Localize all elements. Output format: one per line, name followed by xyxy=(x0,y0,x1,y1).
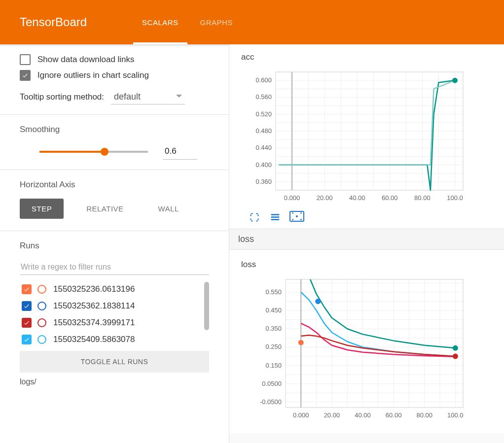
tooltip-sorting-dropdown[interactable]: default xyxy=(111,90,185,104)
axis-relative-button[interactable]: RELATIVE xyxy=(74,199,135,219)
header-tabs: SCALARS GRAPHS xyxy=(131,0,244,44)
svg-point-40 xyxy=(452,78,458,83)
main-content: acc 0.3600.4000.4400.4800.5200.5600.6000… xyxy=(229,44,504,443)
smoothing-label: Smoothing xyxy=(20,125,209,135)
tooltip-sorting-label: Tooltip sorting method: xyxy=(20,92,104,102)
svg-text:0.440: 0.440 xyxy=(255,144,272,151)
run-color-icon xyxy=(37,285,46,294)
horizontal-axis-label: Horizontal Axis xyxy=(20,180,209,190)
svg-text:80.00: 80.00 xyxy=(416,411,432,419)
svg-text:0.600: 0.600 xyxy=(255,76,272,84)
svg-text:0.560: 0.560 xyxy=(255,93,272,101)
runs-filter-input[interactable] xyxy=(20,260,209,275)
expand-icon[interactable] xyxy=(248,211,261,224)
run-name: 1550325362.1838114 xyxy=(53,301,135,311)
run-checkbox[interactable] xyxy=(22,284,32,294)
slider-knob[interactable] xyxy=(101,148,108,156)
svg-point-89 xyxy=(453,354,458,359)
scrollbar-thumb[interactable] xyxy=(204,282,209,330)
svg-point-44 xyxy=(296,215,298,217)
svg-text:-0.0500: -0.0500 xyxy=(260,398,282,406)
tab-graphs[interactable]: GRAPHS xyxy=(189,0,244,44)
svg-text:0.520: 0.520 xyxy=(255,110,272,118)
options-section: Show data download links Ignore outliers… xyxy=(0,44,229,115)
svg-point-88 xyxy=(453,345,458,351)
svg-text:0.250: 0.250 xyxy=(265,343,282,350)
svg-text:0.350: 0.350 xyxy=(265,325,282,332)
list-icon[interactable] xyxy=(269,211,282,224)
svg-rect-41 xyxy=(271,214,280,215)
horizontal-axis-section: Horizontal Axis STEP RELATIVE WALL xyxy=(0,170,229,231)
svg-rect-45 xyxy=(286,279,463,408)
acc-chart[interactable]: 0.3600.4000.4400.4800.5200.5600.6000.000… xyxy=(241,65,478,208)
svg-text:100.0: 100.0 xyxy=(447,194,463,202)
svg-text:0.000: 0.000 xyxy=(284,194,300,202)
loss-chart-title: loss xyxy=(241,260,496,270)
svg-rect-42 xyxy=(271,216,280,218)
run-row: 1550325362.1838114 xyxy=(20,298,199,314)
run-checkbox[interactable] xyxy=(22,335,32,344)
svg-text:0.000: 0.000 xyxy=(293,411,309,419)
runs-section: Runs 1550325236.0613196 1550325362.18381… xyxy=(0,231,229,390)
tab-scalars[interactable]: SCALARS xyxy=(131,0,189,44)
log-path: logs/ xyxy=(20,377,209,386)
smoothing-value-input[interactable]: 0.6 xyxy=(163,143,197,160)
loss-section-header[interactable]: loss xyxy=(229,229,504,250)
run-row: 1550325236.0613196 xyxy=(20,281,199,298)
svg-text:40.00: 40.00 xyxy=(349,194,365,202)
runs-list: 1550325236.0613196 1550325362.1838114 15… xyxy=(20,281,209,348)
svg-text:0.450: 0.450 xyxy=(265,307,282,314)
svg-text:60.00: 60.00 xyxy=(382,194,398,202)
svg-point-86 xyxy=(315,299,321,304)
svg-text:40.00: 40.00 xyxy=(355,411,371,419)
runs-label: Runs xyxy=(20,241,209,251)
svg-text:60.00: 60.00 xyxy=(386,411,402,419)
run-row: 1550325374.3999171 xyxy=(20,314,199,331)
app-brand: TensorBoard xyxy=(20,15,87,29)
axis-step-button[interactable]: STEP xyxy=(20,199,64,219)
show-download-links-label: Show data download links xyxy=(37,55,135,65)
run-color-icon xyxy=(37,302,46,310)
run-name: 1550325374.3999171 xyxy=(53,318,135,328)
ignore-outliers-checkbox[interactable] xyxy=(20,70,31,81)
show-download-links-checkbox[interactable] xyxy=(20,54,31,65)
run-checkbox[interactable] xyxy=(22,301,32,311)
svg-text:20.00: 20.00 xyxy=(324,411,340,419)
svg-text:0.400: 0.400 xyxy=(255,161,272,169)
svg-text:0.150: 0.150 xyxy=(265,362,282,369)
smoothing-slider[interactable] xyxy=(39,151,148,153)
svg-text:0.360: 0.360 xyxy=(255,178,272,185)
app-header: TensorBoard SCALARS GRAPHS xyxy=(0,0,504,44)
svg-text:0.0500: 0.0500 xyxy=(262,380,282,387)
run-color-icon xyxy=(37,335,46,344)
ignore-outliers-label: Ignore outliers in chart scaling xyxy=(37,70,149,80)
svg-rect-43 xyxy=(271,219,280,220)
svg-text:0.480: 0.480 xyxy=(255,127,272,135)
svg-point-87 xyxy=(298,340,304,345)
run-name: 1550325409.5863078 xyxy=(53,335,135,344)
fit-icon[interactable] xyxy=(289,211,304,222)
acc-chart-card: acc 0.3600.4000.4400.4800.5200.5600.6000… xyxy=(229,44,504,229)
loss-chart[interactable]: -0.05000.05000.1500.2500.3500.4500.5500.… xyxy=(241,273,478,428)
sidebar: Show data download links Ignore outliers… xyxy=(0,44,229,443)
svg-text:80.00: 80.00 xyxy=(414,194,431,202)
smoothing-section: Smoothing 0.6 xyxy=(0,115,229,170)
chevron-down-icon xyxy=(176,95,182,98)
run-color-icon xyxy=(37,318,46,327)
tooltip-sorting-value: default xyxy=(114,92,141,102)
svg-text:20.00: 20.00 xyxy=(317,194,333,202)
svg-text:100.0: 100.0 xyxy=(447,411,464,419)
axis-wall-button[interactable]: WALL xyxy=(146,199,191,219)
acc-chart-title: acc xyxy=(241,52,496,62)
run-checkbox[interactable] xyxy=(22,318,32,328)
toggle-all-runs-button[interactable]: TOGGLE ALL RUNS xyxy=(20,351,209,373)
run-row: 1550325409.5863078 xyxy=(20,331,199,348)
loss-chart-card: loss -0.05000.05000.1500.2500.3500.4500.… xyxy=(229,250,504,433)
svg-text:0.550: 0.550 xyxy=(265,288,282,296)
run-name: 1550325236.0613196 xyxy=(53,284,135,294)
